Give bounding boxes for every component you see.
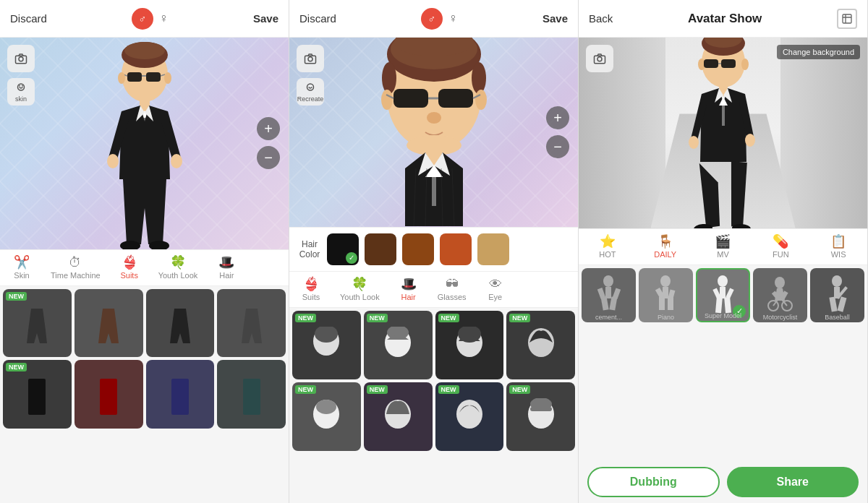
svg-rect-44	[432, 177, 436, 206]
item-card[interactable]	[146, 289, 215, 358]
camera-button-2[interactable]	[297, 45, 324, 72]
item-card[interactable]	[217, 360, 286, 429]
hair-item-card[interactable]: NEW	[364, 311, 433, 379]
svg-rect-63	[843, 14, 851, 23]
pose-figure	[761, 276, 799, 314]
hair-item-card[interactable]: NEW	[435, 311, 504, 379]
side-tools-1: skin	[7, 45, 35, 106]
hair-item-card[interactable]: NEW	[435, 382, 504, 451]
color-swatch-blonde[interactable]	[477, 233, 509, 265]
back-button[interactable]: Back	[589, 12, 613, 25]
pose-item-cement[interactable]: cement...	[582, 268, 636, 322]
avatar-viewport-1: skin	[0, 38, 289, 249]
item-card[interactable]	[217, 289, 286, 358]
items-grid-2: NEW NEW NEW	[289, 308, 578, 503]
right-wall	[780, 38, 867, 228]
item-card[interactable]	[75, 289, 143, 358]
discard-button-2[interactable]: Discard	[299, 12, 336, 25]
hair-icon-1: 🎩	[218, 256, 234, 269]
avatar-viewport-2: Recreate	[289, 38, 578, 227]
glasses-icon: 🕶	[446, 278, 459, 291]
new-badge: NEW	[367, 314, 388, 322]
item-figure	[227, 370, 275, 418]
tab-hair-2[interactable]: 🎩 Hair	[387, 272, 430, 307]
female-icon-1[interactable]: ♀	[159, 11, 169, 26]
new-badge: NEW	[509, 385, 530, 394]
svg-point-26	[307, 84, 314, 90]
color-swatch-brown[interactable]	[365, 233, 396, 265]
save-button-1[interactable]: Save	[253, 12, 278, 25]
svg-point-34	[475, 90, 487, 110]
male-icon-2[interactable]: ♂	[421, 8, 443, 30]
color-swatch-auburn[interactable]	[440, 233, 472, 265]
item-card[interactable]: NEW	[3, 289, 72, 358]
svg-rect-97	[712, 288, 720, 298]
hair-item-card[interactable]: NEW	[506, 311, 575, 379]
tab-suits-2[interactable]: 👙 Suits	[289, 272, 333, 307]
discard-button-1[interactable]: Discard	[10, 12, 47, 25]
zoom-out-1[interactable]: −	[257, 146, 280, 169]
svg-point-70	[741, 59, 749, 70]
item-figure	[227, 299, 275, 347]
tab-time-machine-1[interactable]: ⏱ Time Machine	[43, 250, 108, 285]
zoom-out-2[interactable]: −	[546, 135, 569, 158]
item-figure	[85, 370, 132, 418]
zoom-in-1[interactable]: +	[257, 117, 280, 140]
svg-point-2	[18, 84, 25, 90]
tab-hot[interactable]: ⭐ HOT	[586, 229, 629, 265]
face-recreate-button-2[interactable]: Recreate	[297, 78, 324, 106]
items-grid-3: cement... Piano	[579, 265, 867, 462]
tab-skin-1[interactable]: ✂️ Skin	[0, 250, 43, 285]
item-card[interactable]: NEW	[3, 360, 72, 429]
hair-item-card[interactable]: NEW	[506, 382, 575, 451]
tab-glasses-2[interactable]: 🕶 Glasses	[430, 272, 474, 307]
tab-fun[interactable]: 💊 FUN	[759, 229, 802, 265]
pose-item-baseball[interactable]: Baseball	[810, 268, 864, 322]
camera-button-1[interactable]	[7, 45, 35, 72]
male-icon-1[interactable]: ♂	[132, 8, 153, 30]
screenshot-icon[interactable]	[837, 9, 857, 29]
pose-figure	[590, 276, 628, 314]
camera-button-3[interactable]	[586, 45, 613, 72]
change-background-button[interactable]: Change background	[777, 45, 860, 59]
suits-icon: 👙	[122, 256, 137, 269]
pose-item-piano[interactable]: Piano	[639, 268, 693, 322]
color-swatch-black[interactable]	[327, 233, 359, 265]
pose-item-motorcyclist[interactable]: Motorcyclist	[753, 268, 807, 322]
avatar-figure-1	[87, 38, 203, 249]
tab-hair-1[interactable]: 🎩 Hair	[205, 250, 248, 285]
save-button-2[interactable]: Save	[542, 12, 568, 25]
hair-item-card[interactable]: NEW	[292, 311, 361, 379]
tab-daily[interactable]: 🪑 DAILY	[644, 229, 687, 265]
pose-item-supermodel[interactable]: ✓ Super Model	[696, 268, 750, 322]
zoom-in-2[interactable]: +	[546, 106, 569, 129]
pose-figure	[647, 276, 685, 314]
hair-figure	[446, 392, 493, 440]
female-icon-2[interactable]: ♀	[448, 11, 459, 26]
face-recreate-button-1[interactable]: skin	[7, 78, 35, 106]
item-card[interactable]	[75, 360, 143, 429]
tab-mv[interactable]: 🎬 MV	[701, 229, 744, 265]
tab-suits-1[interactable]: 👙 Suits	[108, 250, 151, 285]
hair-icon-2: 🎩	[401, 278, 417, 291]
svg-point-59	[456, 400, 482, 429]
item-card[interactable]	[146, 360, 215, 429]
header-3: Back Avatar Show	[579, 0, 867, 38]
item-figure	[156, 370, 204, 418]
svg-rect-35	[393, 89, 428, 108]
tab-youth-look-2[interactable]: 🍀 Youth Look	[333, 272, 387, 307]
svg-point-11	[118, 72, 125, 84]
pose-label-supermodel: Super Model	[697, 312, 749, 319]
hair-item-card[interactable]: NEW	[292, 382, 361, 451]
tab-wis[interactable]: 📋 WIS	[817, 229, 860, 265]
dubbing-button[interactable]: Dubbing	[587, 467, 720, 497]
hair-item-card[interactable]: NEW	[364, 382, 433, 451]
svg-rect-90	[668, 297, 673, 310]
share-button[interactable]: Share	[727, 467, 859, 497]
items-grid-1: NEW NEW	[0, 286, 289, 504]
hot-icon: ⭐	[600, 235, 616, 248]
tab-youth-look-1[interactable]: 🍀 Youth Look	[151, 250, 205, 285]
tab-eye-2[interactable]: 👁 Eye	[474, 272, 517, 307]
color-swatch-darkbrown[interactable]	[402, 233, 434, 265]
zoom-controls-1: + −	[257, 117, 280, 169]
